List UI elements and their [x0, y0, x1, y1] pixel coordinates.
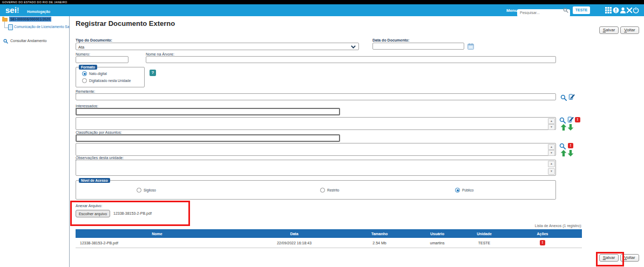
scroll-up-button[interactable]: ▲: [548, 144, 555, 150]
interessados-move-down-icon[interactable]: [567, 124, 574, 131]
col-header-acoes: Ações: [503, 232, 582, 236]
col-header-data: Data: [239, 232, 350, 236]
attachments-caption: Lista de Anexos (1 registro):: [398, 224, 582, 228]
observacoes-label: Observações desta unidade:: [76, 156, 124, 160]
environment-label: Homologação: [27, 10, 50, 13]
tree-document-link[interactable]: Comunicação de Licenciamento Sanit: [14, 25, 69, 29]
menu-button[interactable]: Menu: [506, 8, 518, 13]
app-header: sei! Homologação Menu TESTE: [0, 4, 644, 16]
process-tree-sidebar: SEI-000006/000001/2020 Comunicação de Li…: [0, 16, 69, 267]
sei-logo-mark: !: [17, 5, 19, 15]
radio-sigiloso-label[interactable]: Sigiloso: [144, 188, 156, 192]
tree-connector: [4, 22, 8, 28]
search-input[interactable]: [517, 9, 570, 17]
classificacao-listbox[interactable]: ▲ ▼: [76, 143, 556, 156]
remove-attachment-button[interactable]: !: [540, 240, 545, 245]
radio-nato-digital[interactable]: [82, 71, 87, 76]
data-documento-input[interactable]: [372, 43, 464, 50]
radio-nato-digital-label[interactable]: Nato-digital: [89, 72, 107, 76]
folder-icon: [2, 18, 8, 22]
sei-logo[interactable]: sei!: [5, 5, 19, 15]
interessados-label: Interessados:: [76, 104, 98, 108]
cell-nome: 12338-38153-2-PB.pdf: [76, 241, 239, 245]
help-button[interactable]: ?: [150, 70, 156, 76]
classificacao-move-down-icon[interactable]: [567, 150, 574, 156]
nivel-acesso-legend: Nível de Acesso: [79, 178, 110, 183]
col-header-nome: Nome: [76, 232, 239, 236]
observacoes-textarea[interactable]: ▲ ▼: [76, 160, 556, 176]
radio-publico-label[interactable]: Público: [462, 188, 473, 192]
radio-digitalizado-label[interactable]: Digitalizado nesta Unidade: [89, 79, 131, 83]
sidebar-divider: [69, 16, 70, 267]
nome-arvore-label: Nome na Árvore:: [146, 52, 174, 56]
choose-file-button[interactable]: Escolher arquivo: [76, 210, 110, 217]
remetente-edit-icon[interactable]: [568, 94, 575, 100]
scroll-down-button[interactable]: ▼: [548, 150, 555, 156]
tools-icon[interactable]: [626, 7, 633, 13]
cell-unidade: TESTE: [465, 241, 503, 245]
classificacao-input[interactable]: [76, 134, 340, 142]
radio-publico[interactable]: [455, 188, 460, 193]
power-icon[interactable]: [633, 7, 639, 13]
interessados-listbox[interactable]: ▲ ▼: [76, 117, 556, 130]
search-icon[interactable]: [563, 8, 568, 13]
tipo-documento-select[interactable]: Ata: [76, 43, 359, 50]
government-bar: GOVERNO DO ESTADO DO RIO DE JANEIRO: [0, 0, 644, 4]
observacoes-scrollbar: ▲ ▼: [548, 161, 555, 175]
nome-arvore-input[interactable]: [146, 56, 556, 63]
interessados-remove-icon[interactable]: !: [575, 117, 580, 122]
scroll-up-button[interactable]: ▲: [548, 161, 555, 167]
save-button-top[interactable]: Salvar: [599, 26, 619, 34]
anexar-arquivo-label: Anexar Arquivo:: [76, 204, 102, 208]
classificacao-scrollbar: ▲ ▼: [548, 144, 555, 155]
remetente-input[interactable]: [76, 93, 556, 100]
radio-restrito-label[interactable]: Restrito: [327, 188, 339, 192]
classificacao-search-icon[interactable]: [559, 143, 566, 149]
scroll-down-button[interactable]: ▼: [548, 168, 555, 175]
classificacao-move-up-icon[interactable]: [560, 150, 567, 156]
scroll-up-button[interactable]: ▲: [548, 118, 555, 124]
document-icon: [8, 24, 13, 30]
attachments-table-header: Nome Data Tamanho Usuário Unidade Ações: [76, 229, 582, 238]
numero-label: Número:: [76, 52, 90, 56]
modules-grid-icon[interactable]: [605, 7, 612, 13]
tipo-documento-value: Ata: [78, 45, 84, 50]
scroll-down-button[interactable]: ▼: [548, 124, 555, 130]
col-header-unidade: Unidade: [465, 232, 503, 236]
numero-input[interactable]: [76, 56, 128, 63]
radio-digitalizado[interactable]: [82, 78, 87, 83]
back-button-top[interactable]: Voltar: [620, 26, 639, 34]
consult-search-icon: [3, 39, 8, 44]
radio-restrito[interactable]: [320, 188, 325, 193]
calendar-icon[interactable]: [467, 43, 474, 50]
save-button-bottom[interactable]: Salvar: [599, 254, 619, 262]
formato-fieldset: [76, 67, 145, 87]
classificacao-remove-icon[interactable]: !: [568, 143, 573, 148]
remetente-search-icon[interactable]: [560, 94, 567, 101]
interessados-edit-icon[interactable]: [567, 117, 574, 123]
chevron-down-icon: [351, 45, 356, 49]
back-button-bottom[interactable]: Voltar: [620, 254, 639, 262]
cell-tamanho: 2.54 Mb: [350, 241, 409, 245]
col-header-usuario: Usuário: [409, 232, 465, 236]
col-header-tamanho: Tamanho: [350, 232, 409, 236]
cell-data: 22/09/2022 16:18:43: [239, 241, 350, 245]
cell-acoes: !: [503, 240, 582, 245]
table-row: 12338-38153-2-PB.pdf 22/09/2022 16:18:43…: [76, 238, 582, 248]
government-bar-text: GOVERNO DO ESTADO DO RIO DE JANEIRO: [2, 1, 67, 4]
formato-legend: Formato: [79, 65, 97, 70]
radio-sigiloso[interactable]: [137, 188, 141, 193]
alert-circle-icon[interactable]: [613, 7, 619, 13]
interessados-move-up-icon[interactable]: [560, 124, 567, 131]
current-unit-button[interactable]: TESTE: [573, 6, 590, 14]
user-icon[interactable]: [620, 7, 626, 13]
interessados-input[interactable]: [76, 108, 340, 115]
cell-usuario: umartins: [409, 241, 465, 245]
classificacao-label: Classificação por Assuntos:: [76, 131, 122, 134]
interessados-search-icon[interactable]: [559, 117, 566, 124]
process-number-link[interactable]: SEI-000006/000001/2020: [9, 17, 51, 22]
quick-search: [517, 6, 570, 14]
sidebar-item-consultar-andamento[interactable]: Consultar Andamento: [10, 39, 46, 43]
interessados-scrollbar: ▲ ▼: [548, 118, 555, 129]
data-documento-label: Data do Documento:: [372, 38, 409, 42]
